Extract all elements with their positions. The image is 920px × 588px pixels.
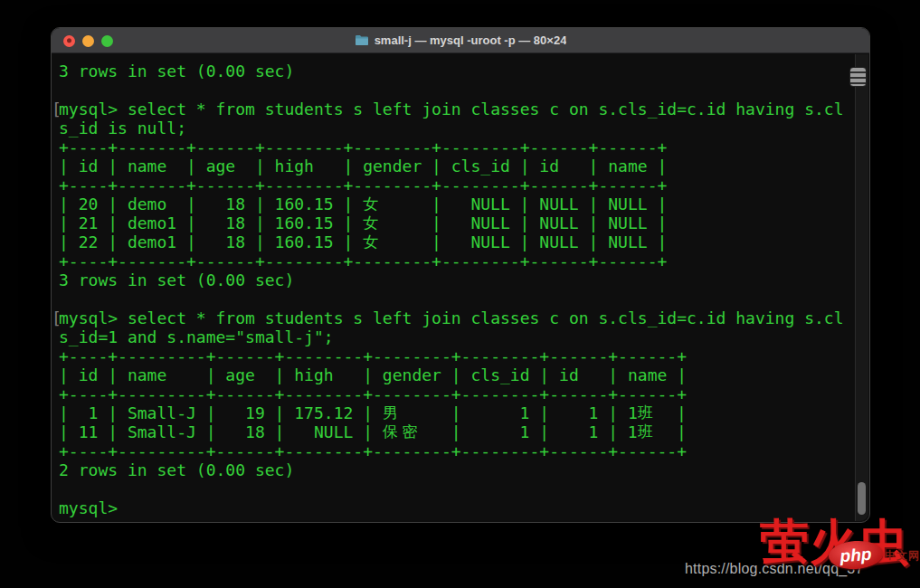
terminal-line <box>59 289 855 308</box>
scrollbar-marker-widget[interactable] <box>849 67 867 87</box>
watermark-suffix-text: 中文网 <box>885 548 920 564</box>
terminal-line: | 21 | demo1 | 18 | 160.15 | 女 | NULL | … <box>59 213 855 232</box>
title-group: small-j — mysql -uroot -p — 80×24 <box>355 33 567 47</box>
terminal-line: s_id=1 and s.name="small-j"; <box>59 327 855 346</box>
terminal-line: [mysql> select * from students s left jo… <box>59 308 855 327</box>
traffic-lights <box>63 28 113 53</box>
terminal-line: +----+-------+------+--------+--------+-… <box>59 138 855 156</box>
terminal-line: 3 rows in set (0.00 sec) <box>59 62 855 81</box>
scrollbar[interactable] <box>855 54 868 521</box>
terminal-line: | 11 | Small-J | 18 | NULL | 保密 | 1 | 1 … <box>59 422 855 441</box>
terminal-line: | id | name | age | high | gender | cls_… <box>59 365 855 384</box>
terminal-line: | 22 | demo1 | 18 | 160.15 | 女 | NULL | … <box>59 232 855 251</box>
terminal-line: +----+-------+------+--------+--------+-… <box>59 175 855 194</box>
terminal-line: | 1 | Small-J | 19 | 175.12 | 男 | 1 | 1 … <box>59 403 855 422</box>
command-mark: [ <box>52 100 62 119</box>
watermark-brand-text: 萤火虫 <box>760 516 909 570</box>
minimize-button[interactable] <box>82 35 94 47</box>
terminal-line <box>59 479 855 498</box>
terminal-line: +----+-------+------+--------+--------+-… <box>59 251 855 270</box>
php-logo: php <box>828 539 884 571</box>
terminal-window: small-j — mysql -uroot -p — 80×24 3 rows… <box>51 27 870 523</box>
terminal-output[interactable]: 3 rows in set (0.00 sec) [mysql> select … <box>52 54 855 521</box>
folder-icon <box>355 34 369 46</box>
terminal-line: | 20 | demo | 18 | 160.15 | 女 | NULL | N… <box>59 194 855 213</box>
terminal-line: mysql> <box>59 498 855 517</box>
terminal-line: +----+---------+------+--------+--------… <box>59 346 855 365</box>
php-logo-label: php <box>839 544 872 565</box>
terminal-line: 3 rows in set (0.00 sec) <box>59 270 855 289</box>
window-title: small-j — mysql -uroot -p — 80×24 <box>375 33 567 47</box>
terminal-line: 2 rows in set (0.00 sec) <box>59 460 855 479</box>
terminal-line: +----+---------+------+--------+--------… <box>59 441 855 460</box>
terminal-line <box>59 81 855 100</box>
scrollbar-thumb[interactable] <box>858 482 866 515</box>
terminal-line: +----+---------+------+--------+--------… <box>59 384 855 403</box>
watermark-url: https://blog.csdn.net/qq_37 <box>685 561 864 577</box>
terminal-line: | id | name | age | high | gender | cls_… <box>59 156 855 175</box>
close-button[interactable] <box>63 35 75 47</box>
terminal-line: s_id is null; <box>59 119 855 138</box>
command-mark: [ <box>52 308 62 327</box>
title-bar[interactable]: small-j — mysql -uroot -p — 80×24 <box>52 28 869 53</box>
terminal-line: [mysql> select * from students s left jo… <box>59 100 855 119</box>
zoom-button[interactable] <box>101 35 113 47</box>
